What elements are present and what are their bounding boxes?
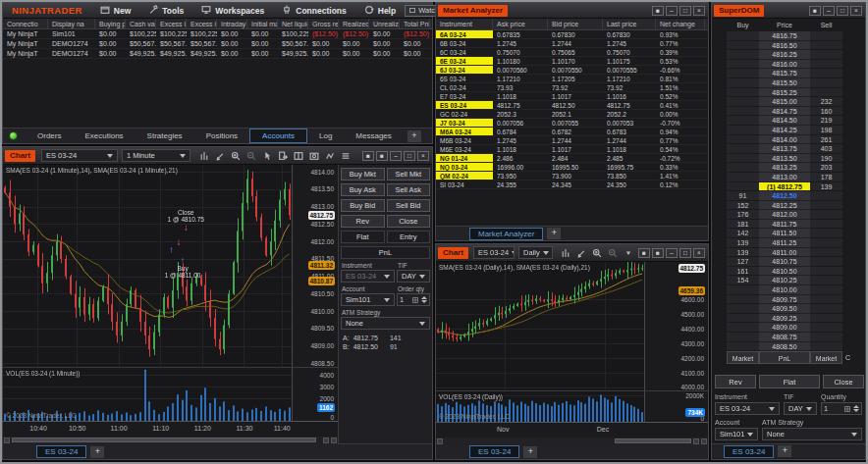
instrument-link-button[interactable]: ■ xyxy=(638,248,650,258)
flat-button[interactable]: Flat xyxy=(759,375,820,388)
buy-cell[interactable]: 154 xyxy=(727,276,759,285)
column-header[interactable]: Net liquid xyxy=(278,19,308,28)
scrollbar-thumb[interactable] xyxy=(615,438,691,443)
sell-cell[interactable]: 219 xyxy=(810,116,842,126)
minimize-button[interactable]: – xyxy=(666,6,678,16)
buy-cell[interactable]: 181 xyxy=(727,220,759,230)
sell-cell[interactable] xyxy=(810,191,842,201)
sell-cell[interactable] xyxy=(810,201,842,211)
sell-cell[interactable] xyxy=(810,248,842,258)
price-axis[interactable]: 4600.004500.004400.004300.004200.004100.… xyxy=(644,262,706,390)
instrument-row[interactable]: NG 01-242.4862.4842.485-0.72% xyxy=(436,154,708,163)
instrument-row[interactable]: 6B 03-241.27451.27441.27450.77% xyxy=(436,39,708,48)
buy-cell[interactable] xyxy=(727,116,759,126)
zoom-out-icon[interactable] xyxy=(606,246,620,260)
column-header[interactable]: Net change xyxy=(656,19,705,29)
instrument-row[interactable]: 6E 03-241.101801.101701.101750.53% xyxy=(436,57,708,66)
column-header[interactable]: Cash valu xyxy=(126,19,156,28)
price-cell[interactable]: 4813.00 xyxy=(759,173,810,182)
link-button[interactable]: ■ xyxy=(809,6,821,16)
scroll-end-button[interactable] xyxy=(331,438,337,443)
buy-cell[interactable] xyxy=(727,295,759,305)
menu-item-help[interactable]: Help xyxy=(355,3,405,19)
buy-cell[interactable] xyxy=(727,342,759,352)
sell-cell[interactable]: 178 xyxy=(810,173,842,182)
sell-cell[interactable]: 190 xyxy=(810,154,842,164)
trader-instrument-select[interactable]: ES 03-24 xyxy=(341,270,395,283)
dom-account-select[interactable]: Sim101 xyxy=(715,428,758,440)
dom-instrument-select[interactable]: ES 03-24 xyxy=(715,402,780,415)
price-cell[interactable]: 4810.75 xyxy=(759,257,810,267)
sell-cell[interactable] xyxy=(810,220,842,230)
price-cell[interactable]: 4809.00 xyxy=(759,323,810,333)
buy-cell[interactable]: 91 xyxy=(727,191,759,201)
buy-cell[interactable]: 139 xyxy=(727,248,759,258)
instrument-row[interactable]: M6B 03-241.27451.27441.27440.77% xyxy=(436,136,708,145)
time-axis[interactable]: NovDec xyxy=(436,422,708,437)
add-tab-button[interactable]: + xyxy=(523,446,537,458)
sell-cell[interactable]: 261 xyxy=(810,135,842,145)
price-cell[interactable]: 4808.50 xyxy=(759,342,810,352)
draw-icon[interactable] xyxy=(574,246,588,260)
panel-icon[interactable] xyxy=(292,149,305,163)
close-button[interactable]: × xyxy=(693,248,705,258)
menu-item-connections[interactable]: Connections xyxy=(273,3,354,19)
minimize-button[interactable]: – xyxy=(823,6,835,16)
sell-cell[interactable]: 160 xyxy=(810,107,842,117)
sell-cell[interactable] xyxy=(810,210,842,220)
sell-cell[interactable]: 232 xyxy=(810,97,842,107)
instrument-row[interactable]: 6S 03-241.172101.172051.172100.81% xyxy=(436,75,708,83)
price-cell[interactable]: (1) 4812.75 xyxy=(759,182,810,192)
atm-strategy-select[interactable]: None xyxy=(341,317,430,330)
sell-cell[interactable] xyxy=(810,257,842,267)
scroll-right-button[interactable] xyxy=(323,438,329,443)
buy-cell[interactable] xyxy=(727,107,759,117)
buy-cell[interactable] xyxy=(727,173,759,182)
superdom-titlebar[interactable]: SuperDOM ■–□× xyxy=(712,3,865,19)
chart-scrollbar[interactable] xyxy=(3,437,338,444)
sell-cell[interactable] xyxy=(810,276,842,285)
market-analyzer-titlebar[interactable]: Market Analyzer ■–□× xyxy=(436,3,708,19)
table-row[interactable]: My NinjaTDEMO1274$0.00$49,925.86$49,925.… xyxy=(3,49,432,59)
sell-cell[interactable]: 198 xyxy=(810,126,842,135)
buy-market-button[interactable]: Market xyxy=(727,351,759,364)
table-row[interactable]: My NinjaTSim101$0.00$100,225.0$100,225.0… xyxy=(3,29,432,39)
column-header[interactable]: Gross real xyxy=(308,19,339,28)
buy-cell[interactable] xyxy=(727,31,759,41)
tab-orders[interactable]: Orders xyxy=(26,129,73,143)
buy-cell[interactable]: 161 xyxy=(727,267,759,277)
price-cell[interactable]: 4813.25 xyxy=(759,163,810,173)
sell-mkt-button[interactable]: Sell Mkt xyxy=(387,168,431,180)
sell-cell[interactable] xyxy=(810,60,842,70)
price-axis[interactable]: 4814.004813.504813.004812.504812.004811.… xyxy=(292,165,336,367)
sell-cell[interactable] xyxy=(810,314,842,324)
pnl-button[interactable]: PnL xyxy=(341,246,430,259)
buy-cell[interactable] xyxy=(727,182,759,192)
price-cell[interactable]: 4813.75 xyxy=(759,144,810,154)
column-header[interactable]: Intraday r xyxy=(217,19,247,28)
buy-cell[interactable] xyxy=(727,126,759,135)
buy-cell[interactable] xyxy=(727,163,759,173)
price-cell[interactable]: 4815.75 xyxy=(759,69,810,78)
price-cell[interactable]: 4809.75 xyxy=(759,295,810,305)
volume-axis[interactable]: 40003000200001162 xyxy=(292,368,336,421)
add-tab-button[interactable]: + xyxy=(90,446,104,458)
price-pane[interactable]: SMA(ES 03-24 (1 Minute),14), SMA(ES 03-2… xyxy=(3,165,292,367)
sell-cell[interactable]: 403 xyxy=(810,144,842,154)
column-header[interactable]: Last price xyxy=(603,19,656,29)
sell-cell[interactable] xyxy=(810,229,842,238)
draw-icon[interactable] xyxy=(213,149,227,163)
sell-cell[interactable] xyxy=(810,78,842,88)
rev-button[interactable]: Rev xyxy=(715,375,756,388)
price-cell[interactable]: 4809.25 xyxy=(759,314,810,324)
scroll-right-button[interactable] xyxy=(693,438,699,444)
interval-link-button[interactable]: ■ xyxy=(652,248,664,258)
maximize-button[interactable]: □ xyxy=(404,151,415,161)
chart-style-icon[interactable] xyxy=(559,246,572,260)
sell-cell[interactable] xyxy=(810,304,842,314)
sell-cell[interactable]: 203 xyxy=(810,163,842,173)
buy-cell[interactable] xyxy=(727,88,759,98)
price-cell[interactable]: 4816.75 xyxy=(759,31,810,41)
trader-tif-select[interactable]: DAY xyxy=(397,270,430,283)
scrollbar-thumb[interactable] xyxy=(12,438,316,442)
